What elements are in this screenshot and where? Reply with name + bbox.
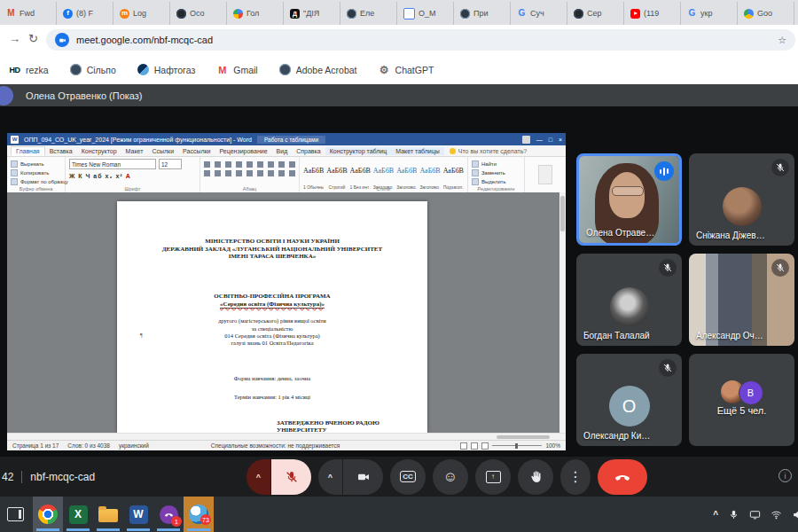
ribbon-tab[interactable]: Справка [292, 147, 325, 155]
participant-tile-olena[interactable]: Олена Отраве… [576, 153, 682, 246]
browser-tab[interactable]: GСуч [511, 2, 567, 25]
zoom-level[interactable]: 100% [545, 442, 560, 449]
participant-tile-aleksandr[interactable]: Александр Оч… [689, 254, 794, 346]
browser-tab[interactable]: Gукр [681, 2, 738, 25]
more-options-button[interactable]: ⋮ [560, 459, 591, 495]
camera-button[interactable] [343, 459, 383, 495]
word-ribbon-tabs: Главная Вставка Конструктор Макет Ссылки… [7, 145, 566, 157]
running-indicator [66, 528, 90, 531]
browser-tab[interactable]: Goo [738, 2, 794, 25]
ribbon-tab-table-layout[interactable]: Макет таблицы [391, 147, 444, 155]
raise-hand-button[interactable] [518, 459, 553, 495]
browser-tab[interactable]: MFwd [0, 2, 57, 25]
restore-icon[interactable]: □ [549, 137, 552, 143]
participant-tile-snizhana[interactable]: Сніжана Діжев… [689, 153, 794, 246]
browser-tab[interactable]: f(8) F [57, 2, 113, 25]
mic-options-chevron[interactable]: ^ [246, 459, 270, 495]
bookmark[interactable]: MGmail [216, 64, 257, 75]
ribbon-tab[interactable]: Рецензирование [215, 147, 272, 155]
bookmark[interactable]: Adobe Acrobat [279, 64, 357, 75]
word-count[interactable]: Слов: 0 из 4038 [67, 442, 110, 449]
reactions-button[interactable]: ☺ [433, 459, 468, 495]
page-indicator[interactable]: Страница 1 из 17 [12, 442, 59, 449]
scrollbar-thumb[interactable] [497, 435, 550, 439]
ribbon-extra-button[interactable] [538, 165, 552, 184]
font-style-buttons[interactable]: Ж К Ч аб х₂ х² [69, 173, 123, 179]
font-size-select[interactable]: 12 [159, 159, 182, 169]
language-indicator[interactable]: украинский [119, 442, 149, 449]
ribbon-tab[interactable]: Вставка [45, 147, 77, 155]
reload-icon[interactable]: ↻ [28, 32, 38, 45]
browser-tab[interactable]: Гол [227, 2, 284, 25]
task-view-button[interactable] [7, 507, 24, 521]
web-layout-icon[interactable] [481, 442, 489, 450]
bookmark[interactable]: ⚙ChatGPT [379, 64, 434, 75]
bookmark-star-icon[interactable]: ☆ [778, 35, 786, 46]
tray-mic-icon[interactable] [728, 509, 739, 520]
tray-volume-icon[interactable] [792, 509, 798, 520]
font-name-select[interactable]: Times New Roman [69, 159, 156, 169]
ribbon-tab[interactable]: Конструктор [77, 147, 121, 155]
mic-muted-button[interactable] [271, 459, 311, 495]
overflow-participants-tile[interactable]: В Ещё 5 чел. [689, 354, 794, 446]
ribbon-tab[interactable]: Рассылки [178, 147, 215, 155]
cut-button[interactable]: Вырезать [11, 160, 61, 168]
zoom-slider-thumb[interactable] [515, 443, 518, 449]
minimize-icon[interactable]: — [536, 137, 543, 143]
tab-label: Гол [246, 9, 259, 18]
participant-tile-oleksandr[interactable]: О Олександр Ки… [576, 354, 682, 446]
taskbar-explorer[interactable] [93, 497, 123, 532]
tray-wifi-icon[interactable] [771, 509, 782, 520]
accessibility-status[interactable]: Специальные возможности: не поддерживает… [211, 442, 340, 449]
taskbar-chrome[interactable] [33, 497, 63, 532]
browser-tab[interactable]: О_М [397, 2, 454, 25]
find-button[interactable]: Найти [472, 160, 520, 168]
participant-tile-bohdan[interactable]: Богдан Талалай [576, 254, 682, 346]
close-icon[interactable]: × [559, 137, 562, 143]
ribbon-tab-table-design[interactable]: Конструктор таблиц [325, 147, 392, 155]
browser-tab[interactable]: При [454, 2, 511, 25]
read-mode-icon[interactable] [460, 442, 467, 450]
vertical-scrollbar[interactable] [559, 192, 566, 433]
taskbar-excel[interactable]: X [63, 497, 93, 532]
meeting-details-info-icon[interactable]: i [778, 469, 792, 482]
scrollbar-thumb[interactable] [560, 196, 565, 231]
bookmark[interactable]: Нафтогаз [137, 64, 196, 75]
browser-tab[interactable]: mLog [113, 2, 170, 25]
forward-icon[interactable]: → [9, 32, 20, 45]
windows-taskbar: X W 1 73 ^ [0, 497, 798, 532]
browser-tab[interactable]: Сер [567, 2, 624, 25]
end-call-button[interactable] [598, 459, 647, 495]
ribbon-tab[interactable]: Вид [272, 147, 293, 155]
print-layout-icon[interactable] [471, 442, 478, 450]
browser-tab[interactable]: Д"ДІЯ [284, 2, 340, 25]
copy-button[interactable]: Копировать [11, 169, 61, 176]
taskbar-viber[interactable]: 1 [153, 497, 184, 532]
ribbon-tab-home[interactable]: Главная [11, 146, 45, 156]
present-button[interactable]: ↑ [475, 459, 511, 495]
ribbon-tab[interactable]: Ссылки [147, 147, 178, 155]
browser-tab[interactable]: (119 [624, 2, 681, 25]
bookmark[interactable]: Сільпо [70, 64, 116, 75]
paragraph-buttons-row[interactable] [204, 170, 295, 176]
tell-me-field[interactable]: Что вы хотите сделать? [458, 148, 527, 154]
camera-options-chevron[interactable]: ^ [318, 459, 342, 495]
zoom-slider[interactable] [492, 445, 542, 446]
browser-tab[interactable]: Gспо [794, 2, 798, 25]
browser-tab[interactable]: Осо [170, 2, 227, 25]
tray-display-icon[interactable] [749, 509, 761, 520]
taskbar-mail-app[interactable]: 73 [184, 497, 214, 532]
browser-tab[interactable]: Еле [340, 2, 397, 25]
paragraph-buttons-row[interactable] [204, 161, 295, 168]
captions-button[interactable]: CC [390, 459, 426, 495]
ribbon-tab[interactable]: Макет [121, 147, 148, 155]
document-page[interactable]: МІНІСТЕРСТВО ОСВІТИ І НАУКИ УКРАЇНИ ДЕРЖ… [117, 201, 427, 433]
tray-expand-chevron-icon[interactable]: ^ [713, 510, 718, 520]
font-color-button[interactable]: А [126, 173, 131, 179]
taskbar-word[interactable]: W [123, 497, 153, 532]
replace-button[interactable]: Заменить [472, 169, 520, 176]
address-bar[interactable]: meet.google.com/nbf-mcqc-cad ☆ [46, 29, 795, 51]
select-button[interactable]: Выделить [472, 178, 520, 185]
format-painter-button[interactable]: Формат по образцу [11, 178, 61, 185]
bookmark[interactable]: HDrezka [9, 64, 49, 75]
